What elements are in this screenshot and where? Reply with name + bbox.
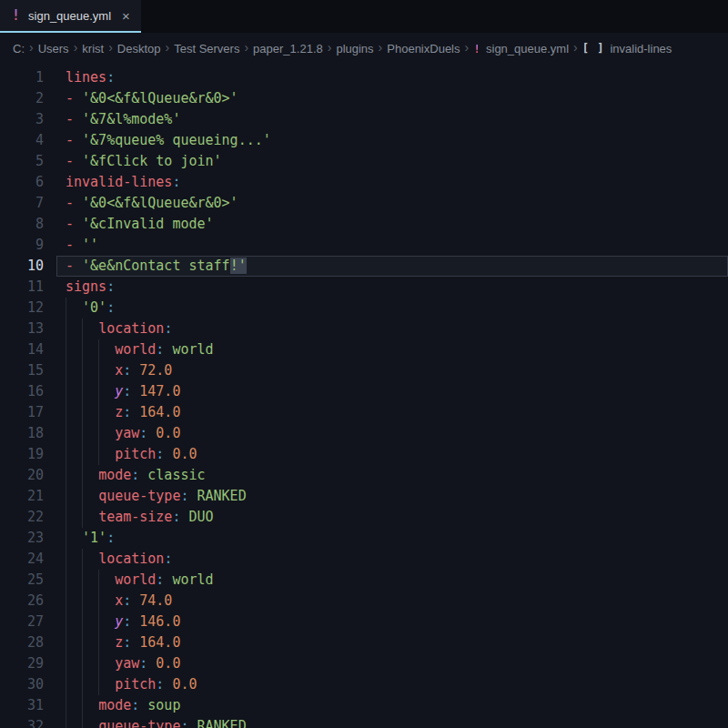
token-punc: : [164,320,172,337]
editor-line[interactable]: 15 x: 72.0 [0,360,728,381]
line-number[interactable]: 21 [0,486,44,507]
line-number[interactable]: 22 [0,507,44,528]
line-number[interactable]: 1 [0,67,44,88]
line-number[interactable]: 9 [0,235,44,256]
editor-line[interactable]: 16 y: 147.0 [0,381,728,402]
line-number[interactable]: 18 [0,423,44,444]
editor-line[interactable]: 9- '' [0,235,728,256]
editor-line[interactable]: 21 queue-type: RANKED [0,486,728,507]
editor-line[interactable]: 4- '&7%queue% queueing...' [0,130,728,151]
token-key: location [98,320,164,337]
editor-line[interactable]: 20 mode: classic [0,465,728,486]
editor-line[interactable]: 14 world: world [0,339,728,360]
breadcrumb-item-plugins[interactable]: plugins [336,42,373,56]
breadcrumb-item-users[interactable]: Users [38,42,69,56]
line-number[interactable]: 2 [0,88,44,109]
token-str: RANKED [197,718,247,728]
indent-guide [66,381,66,402]
token-punc: : [164,551,172,567]
editor-line[interactable]: 13 location: [0,318,728,339]
line-number[interactable]: 12 [0,298,44,318]
line-number[interactable]: 8 [0,214,44,235]
token-num: 72.0 [139,362,172,379]
editor-line[interactable]: 22 team-size: DUO [0,507,728,528]
breadcrumb-item-krist[interactable]: krist [82,42,104,56]
breadcrumb-item-test-servers[interactable]: Test Servers [174,42,239,56]
code-editor[interactable]: 1lines:2- '&0<&f&lQueue&r&0>'3- '&7&l%mo… [0,64,728,728]
line-number[interactable]: 29 [0,653,44,674]
indent-guide [66,632,66,653]
breadcrumb-separator-icon: › [166,40,170,55]
editor-line[interactable]: 30 pitch: 0.0 [0,674,728,695]
breadcrumb-item-c-[interactable]: C: [13,42,25,56]
line-number[interactable]: 20 [0,465,44,486]
indent-guide [82,360,83,381]
indent-guide [66,591,66,612]
token-punc: : [180,718,197,728]
line-number[interactable]: 7 [0,193,44,214]
indent-guide [66,298,66,318]
indent-guide [66,339,66,360]
breadcrumb-item-desktop[interactable]: Desktop [117,42,161,56]
editor-line[interactable]: 23 '1': [0,528,728,549]
close-tab-icon[interactable]: × [122,9,130,23]
line-number[interactable]: 24 [0,549,44,570]
editor-line[interactable]: 27 y: 146.0 [0,612,728,632]
editor-line[interactable]: 28 z: 164.0 [0,632,728,653]
code-line: '1': [44,528,728,549]
editor-line[interactable]: 18 yaw: 0.0 [0,423,728,444]
line-number[interactable]: 19 [0,444,44,465]
code-line: mode: classic [44,465,728,486]
indent-guide [98,591,99,612]
editor-line[interactable]: 24 location: [0,549,728,570]
editor-line[interactable]: 19 pitch: 0.0 [0,444,728,465]
code-line: y: 146.0 [44,612,728,632]
line-number[interactable]: 28 [0,632,44,653]
line-number[interactable]: 11 [0,277,44,298]
line-number[interactable]: 13 [0,318,44,339]
editor-line[interactable]: 6invalid-lines: [0,172,728,193]
line-number[interactable]: 15 [0,360,44,381]
line-number[interactable]: 26 [0,591,44,612]
line-number[interactable]: 4 [0,130,44,151]
token-dash: - [66,132,82,148]
line-number[interactable]: 27 [0,612,44,632]
line-number[interactable]: 5 [0,151,44,172]
breadcrumb-item-symbol[interactable]: invalid-lines [610,42,672,56]
breadcrumb-item-paper-1-21-8[interactable]: paper_1.21.8 [253,42,323,56]
line-number[interactable]: 10 [0,256,44,277]
editor-line[interactable]: 1lines: [0,67,728,88]
line-number[interactable]: 25 [0,570,44,591]
code-line: '0': [44,298,728,318]
editor-line[interactable]: 32 queue-type: RANKED [0,716,728,728]
editor-line[interactable]: 3- '&7&l%mode%' [0,109,728,130]
tab-sign-queue-yml[interactable]: ! sign_queue.yml × [0,0,141,33]
breadcrumb-item-phoenixduels[interactable]: PhoenixDuels [387,42,460,56]
token-key: yaw [115,425,139,441]
editor-line[interactable]: 17 z: 164.0 [0,402,728,423]
editor-line[interactable]: 25 world: world [0,570,728,591]
editor-line[interactable]: 7- '&0<&f&lQueue&r&0>' [0,193,728,214]
editor-line[interactable]: 26 x: 74.0 [0,591,728,612]
editor-line[interactable]: 29 yaw: 0.0 [0,653,728,674]
editor-line[interactable]: 5- '&fClick to join' [0,151,728,172]
line-number[interactable]: 3 [0,109,44,130]
editor-line[interactable]: 31 mode: soup [0,695,728,716]
token-num: 74.0 [139,592,172,609]
line-number[interactable]: 6 [0,172,44,193]
editor-line[interactable]: 2- '&0<&f&lQueue&r&0>' [0,88,728,109]
line-number[interactable]: 17 [0,402,44,423]
line-number[interactable]: 31 [0,695,44,716]
breadcrumb-separator-icon: › [328,40,332,55]
line-number[interactable]: 32 [0,716,44,728]
breadcrumb-item-filename[interactable]: sign_queue.yml [486,42,569,56]
editor-line[interactable]: 10- '&e&nContact staff!' [0,256,728,277]
line-number[interactable]: 23 [0,528,44,549]
editor-line[interactable]: 8- '&cInvalid mode' [0,214,728,235]
line-number[interactable]: 30 [0,674,44,695]
editor-line[interactable]: 12 '0': [0,298,728,318]
editor-line[interactable]: 11signs: [0,277,728,298]
token-punc: : [106,530,115,546]
line-number[interactable]: 16 [0,381,44,402]
line-number[interactable]: 14 [0,339,44,360]
